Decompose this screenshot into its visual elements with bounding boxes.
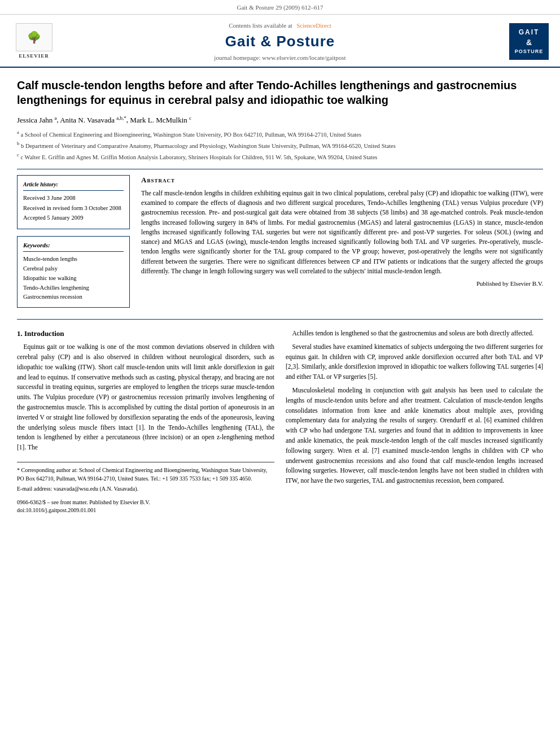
journal-citation: Gait & Posture 29 (2009) 612–617 <box>237 4 323 11</box>
footnote-section: * Corresponding author at: School of Che… <box>17 462 274 493</box>
article-body: Calf muscle-tendon lengths before and af… <box>0 68 560 526</box>
intro-continuation: Achilles tendon is lengthened so that th… <box>286 329 543 486</box>
elsevier-text: ELSEVIER <box>19 53 49 60</box>
intro-para-1: Equinus gait or toe walking is one of th… <box>17 342 274 453</box>
doi-line1: 0966-6362/$ – see front matter. Publishe… <box>17 499 274 506</box>
affiliation-c: c c Walter E. Griffin and Agnes M. Griff… <box>17 151 543 161</box>
affiliation-a: a a School of Chemical Engineering and B… <box>17 129 543 139</box>
intro-p2: Achilles tendon is lengthened so that th… <box>286 329 543 339</box>
two-col-layout: Article history: Received 3 June 2008 Re… <box>17 175 543 313</box>
journal-header-center: Contents lists available at ScienceDirec… <box>56 20 504 62</box>
keyword-2: Cerebral palsy <box>23 265 124 273</box>
article-history-label: Article history: <box>23 181 58 187</box>
affiliation-b: b b Department of Veterinary and Compara… <box>17 140 543 150</box>
article-info-title: Article history: <box>23 180 124 191</box>
gait-posture-badge: GAIT & POSTURE <box>509 23 549 60</box>
body-section: 1. Introduction Equinus gait or toe walk… <box>17 329 543 514</box>
author-jahn: Jessica Jahn a <box>17 116 56 124</box>
badge-ampersand: & <box>526 37 532 49</box>
journal-homepage: journal homepage: www.elsevier.com/locat… <box>214 54 345 62</box>
doi-section: 0966-6362/$ – see front matter. Publishe… <box>17 499 274 514</box>
body-col-right: Achilles tendon is lengthened so that th… <box>286 329 543 514</box>
badge-gait: GAIT <box>519 28 540 37</box>
affiliations: a a School of Chemical Engineering and B… <box>17 129 543 162</box>
intro-p4: Musculoskeletal modeling in conjunction … <box>286 386 543 486</box>
sciencedirect-link[interactable]: ScienceDirect <box>296 22 331 29</box>
top-bar: Gait & Posture 29 (2009) 612–617 <box>0 0 560 15</box>
body-col-left: 1. Introduction Equinus gait or toe walk… <box>17 329 274 514</box>
journal-header: 🌳 ELSEVIER Contents lists available at S… <box>0 15 560 68</box>
email-footnote: E-mail address: vasavada@wsu.edu (A.N. V… <box>17 484 274 493</box>
keywords-title: Keywords: <box>23 241 124 252</box>
intro-heading: 1. Introduction <box>17 329 274 339</box>
revised-date: Received in revised form 3 October 2008 <box>23 204 124 213</box>
published-by: Published by Elsevier B.V. <box>141 279 543 288</box>
keyword-3: Idiopathic toe walking <box>23 274 124 283</box>
keyword-4: Tendo-Achilles lengthening <box>23 284 124 292</box>
contents-label: Contents lists available at ScienceDirec… <box>229 20 331 30</box>
received-date: Received 3 June 2008 <box>23 194 124 203</box>
section-divider-2 <box>17 319 543 320</box>
accepted-date: Accepted 5 January 2009 <box>23 214 124 222</box>
keyword-5: Gastrocnemius recession <box>23 293 124 302</box>
badge-posture: POSTURE <box>515 48 544 55</box>
author-vasavada: Anita N. Vasavada a,b,* <box>60 116 126 124</box>
left-column: Article history: Received 3 June 2008 Re… <box>17 175 130 313</box>
keywords-box: Keywords: Muscle-tendon lengths Cerebral… <box>17 236 130 308</box>
abstract-text: The calf muscle-tendon lengths in childr… <box>141 189 543 276</box>
intro-p1: Equinus gait or toe walking is one of th… <box>17 342 274 453</box>
elsevier-logo-box: 🌳 <box>16 23 53 51</box>
abstract-heading: Abstract <box>141 175 543 185</box>
corresponding-footnote: * Corresponding author at: School of Che… <box>17 466 274 483</box>
contents-text: Contents lists available at <box>229 22 292 29</box>
journal-title: Gait & Posture <box>225 31 335 51</box>
intro-p3: Several studies have examined kinematics… <box>286 342 543 382</box>
keyword-1: Muscle-tendon lengths <box>23 255 124 264</box>
article-title: Calf muscle-tendon lengths before and af… <box>17 78 543 107</box>
page-wrapper: Gait & Posture 29 (2009) 612–617 🌳 ELSEV… <box>0 0 560 747</box>
article-info-box: Article history: Received 3 June 2008 Re… <box>17 175 130 229</box>
author-mcmulkin: Mark L. McMulkin c <box>130 116 191 124</box>
elsevier-logo: 🌳 ELSEVIER <box>11 23 56 60</box>
authors-line: Jessica Jahn a, Anita N. Vasavada a,b,*,… <box>17 114 543 125</box>
doi-line2: doi:10.1016/j.gaitpost.2009.01.001 <box>17 506 274 514</box>
elsevier-tree-icon: 🌳 <box>27 29 41 45</box>
right-column-abstract: Abstract The calf muscle-tendon lengths … <box>141 175 543 313</box>
section-divider-1 <box>17 169 543 169</box>
